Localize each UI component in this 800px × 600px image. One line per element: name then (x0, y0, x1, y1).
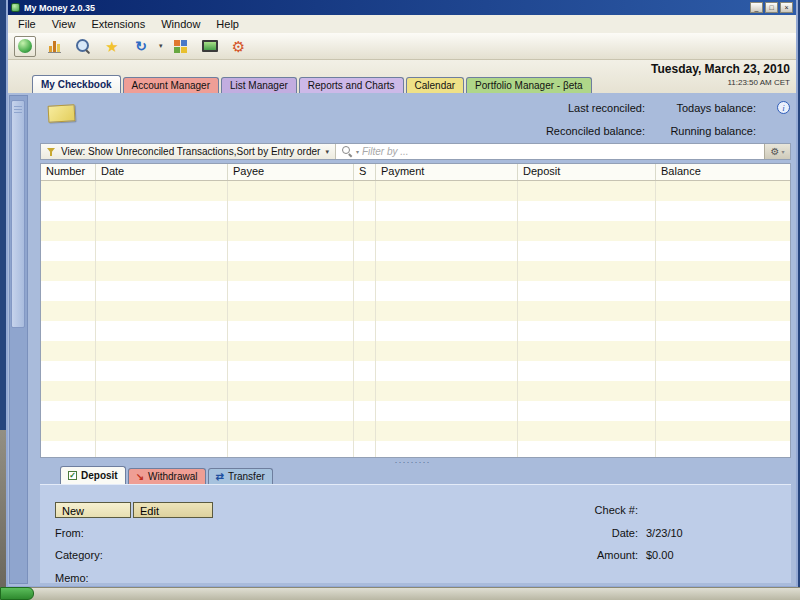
table-cell (41, 381, 96, 401)
tab-transfer-label: Transfer (228, 471, 265, 482)
table-cell (376, 281, 518, 301)
view-bar: View: Show Unreconciled Transactions,Sor… (40, 143, 791, 160)
filter-input[interactable] (362, 146, 764, 157)
table-cell (354, 441, 376, 457)
withdrawal-arrow-icon: ↘ (136, 472, 144, 482)
table-row[interactable] (41, 321, 790, 341)
panel-splitter[interactable]: ········· (32, 458, 793, 466)
column-header-balance[interactable]: Balance (656, 164, 790, 180)
column-header-payee[interactable]: Payee (228, 164, 354, 180)
start-button[interactable] (0, 587, 34, 600)
menu-extensions[interactable]: Extensions (83, 16, 153, 32)
app-window: My Money 2.0.35 _ □ × File View Extensio… (6, 0, 798, 588)
tab-reports-and-charts[interactable]: Reports and Charts (299, 77, 404, 93)
table-row[interactable] (41, 281, 790, 301)
home-icon[interactable] (14, 36, 36, 57)
table-cell (228, 201, 354, 221)
grid-icon[interactable] (170, 36, 192, 57)
table-cell (518, 241, 656, 261)
tab-account-manager[interactable]: Account Manager (123, 77, 219, 93)
table-cell (96, 441, 228, 457)
tab-list-manager[interactable]: List Manager (221, 77, 297, 93)
chart-icon[interactable] (43, 36, 65, 57)
table-cell (96, 241, 228, 261)
taskbar (0, 587, 800, 600)
todays-balance-label: Todays balance: (677, 102, 757, 114)
tab-deposit[interactable]: ✓ Deposit (60, 466, 126, 484)
tab-withdrawal[interactable]: ↘ Withdrawal (128, 468, 206, 484)
table-cell (41, 201, 96, 221)
table-cell (518, 361, 656, 381)
register-options-button[interactable]: ⚙ ▾ (764, 144, 790, 159)
star-icon[interactable]: ★ (101, 36, 123, 57)
zoom-icon[interactable] (72, 36, 94, 57)
table-cell (354, 301, 376, 321)
tab-transfer[interactable]: ⇄ Transfer (208, 468, 273, 484)
title-bar: My Money 2.0.35 _ □ × (8, 0, 796, 15)
tab-calendar[interactable]: Calendar (406, 77, 465, 93)
table-cell (518, 281, 656, 301)
tab-portfolio-manager[interactable]: Portfolio Manager - βeta (466, 77, 591, 93)
menu-file[interactable]: File (10, 16, 44, 32)
table-cell (354, 401, 376, 421)
table-row[interactable] (41, 201, 790, 221)
table-cell (376, 241, 518, 261)
scrollbar-thumb[interactable] (11, 100, 25, 328)
view-selector[interactable]: View: Show Unreconciled Transactions,Sor… (41, 144, 336, 159)
menu-view[interactable]: View (44, 16, 84, 32)
amount-value: $0.00 (646, 549, 674, 561)
table-cell (354, 261, 376, 281)
close-button[interactable]: × (780, 2, 793, 13)
filter-dropdown-icon[interactable]: ▾ (356, 148, 359, 155)
column-header-s[interactable]: S (354, 164, 376, 180)
table-row[interactable] (41, 401, 790, 421)
info-icon[interactable]: i (777, 101, 790, 114)
table-cell (376, 421, 518, 441)
table-cell (354, 281, 376, 301)
minimize-button[interactable]: _ (750, 2, 763, 13)
view-dropdown-icon: ▾ (325, 148, 329, 156)
menu-bar: File View Extensions Window Help (8, 15, 796, 33)
menu-window[interactable]: Window (153, 16, 208, 32)
table-cell (376, 341, 518, 361)
table-row[interactable] (41, 441, 790, 457)
maximize-button[interactable]: □ (765, 2, 778, 13)
search-icon (342, 146, 353, 157)
tab-my-checkbook[interactable]: My Checkbook (32, 75, 121, 93)
table-cell (96, 201, 228, 221)
table-row[interactable] (41, 241, 790, 261)
edit-button[interactable]: Edit (133, 502, 213, 518)
table-cell (376, 181, 518, 201)
left-scrollbar[interactable] (9, 95, 28, 584)
gear-icon[interactable]: ⚙ (228, 36, 250, 57)
column-header-payment[interactable]: Payment (376, 164, 518, 180)
table-row[interactable] (41, 361, 790, 381)
table-row[interactable] (41, 301, 790, 321)
table-cell (518, 221, 656, 241)
column-header-date[interactable]: Date (96, 164, 228, 180)
table-row[interactable] (41, 421, 790, 441)
table-cell (518, 341, 656, 361)
column-header-deposit[interactable]: Deposit (518, 164, 656, 180)
table-row[interactable] (41, 341, 790, 361)
account-summary: Last reconciled: Todays balance: Reconci… (32, 93, 793, 143)
table-cell (96, 361, 228, 381)
table-cell (376, 261, 518, 281)
table-cell (41, 181, 96, 201)
table-row[interactable] (41, 381, 790, 401)
table-cell (228, 181, 354, 201)
column-header-number[interactable]: Number (41, 164, 96, 180)
table-cell (41, 241, 96, 261)
table-cell (656, 361, 790, 381)
table-row[interactable] (41, 181, 790, 201)
transaction-entry-panel: ✓ Deposit ↘ Withdrawal ⇄ Transfer New Ed… (40, 466, 791, 583)
refresh-icon[interactable]: ↻ (130, 36, 152, 57)
refresh-dropdown-icon[interactable]: ▾ (159, 42, 163, 50)
table-row[interactable] (41, 261, 790, 281)
new-button[interactable]: New (55, 502, 131, 518)
table-cell (656, 401, 790, 421)
screen-icon[interactable] (199, 36, 221, 57)
menu-help[interactable]: Help (208, 16, 247, 32)
table-cell (376, 401, 518, 421)
table-row[interactable] (41, 221, 790, 241)
